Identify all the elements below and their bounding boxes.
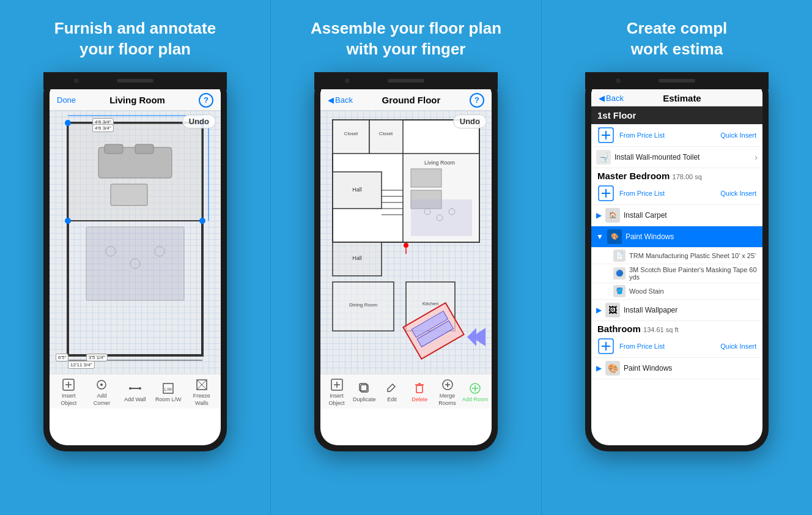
panel-1-title: Furnish and annotate your floor plan	[54, 18, 216, 60]
phone-frame-2: Carrier ▲ 9:16 AM ◀ Back Ground Floor ?	[314, 72, 498, 451]
toolbar-corner-1[interactable]: Add Corner	[89, 378, 114, 406]
svg-text:Hall: Hall	[352, 255, 362, 261]
undo-btn-2[interactable]: Undo	[453, 114, 487, 128]
price-list-row-2[interactable]: From Price List Quick Insert	[591, 182, 762, 205]
merge-icon-2	[441, 378, 454, 391]
toolbar-room-1[interactable]: L/W Room L/W	[155, 382, 182, 402]
paint-windows-label: Paint Windows	[626, 232, 758, 241]
nav-help-2[interactable]: ?	[470, 93, 484, 108]
add-icon-2	[597, 185, 615, 202]
from-price-label-2[interactable]: From Price List	[619, 190, 665, 197]
stain-label: Wood Stain	[629, 287, 664, 295]
nav-back-2[interactable]: ◀ Back	[328, 95, 353, 105]
toolbar-freeze-1[interactable]: Freeze Walls	[189, 378, 215, 406]
carpet-row[interactable]: ▶ 🏠 Install Carpet	[591, 205, 762, 226]
bottom-toolbar-1: Insert Object Add Corner Add Wall	[50, 374, 221, 409]
carpet-label: Install Carpet	[624, 211, 758, 220]
section-1st-floor-label: 1st Floor	[597, 110, 636, 120]
insert-icon-1	[62, 378, 75, 391]
toolbar-insert-1[interactable]: Insert Object	[56, 378, 81, 406]
nav-help-1[interactable]: ?	[199, 93, 213, 108]
svg-text:L/W: L/W	[164, 387, 172, 391]
svg-point-12	[65, 218, 71, 224]
measure-bottom-3: 12'11 3/4"	[68, 361, 95, 369]
stain-icon: 🪣	[613, 285, 626, 297]
svg-point-13	[199, 218, 205, 224]
toolbar-edit-2[interactable]: Edit	[379, 382, 405, 402]
measure-top-2: 4'6 3/4"	[92, 124, 114, 132]
floor-plan-area-1: 4'6 3/4" 4'6 3/4" Undo 6'5" 3'5 1/4" 12'…	[50, 111, 221, 374]
trm-row[interactable]: 📄 TRM Manufacturing Plastic Sheet 10' x …	[591, 248, 762, 264]
toolbar-corner-label2-1: Corner	[94, 400, 111, 406]
toolbar-delete-2[interactable]: Delete	[407, 382, 432, 402]
toolbar-dup-label-2: Duplicate	[353, 396, 376, 402]
wallpaper-play-icon: ▶	[596, 306, 602, 314]
toolbar-insert-label2-1: Object	[61, 400, 76, 406]
quick-insert-label-2[interactable]: Quick Insert	[720, 190, 756, 197]
add-icon-3	[597, 338, 615, 355]
svg-text:Kitchen: Kitchen	[423, 301, 439, 306]
nav-title-3: Estimate	[663, 93, 701, 103]
phone-camera-2	[345, 78, 350, 83]
price-list-row-1[interactable]: From Price List Quick Insert	[591, 124, 762, 147]
wallpaper-row[interactable]: ▶ 🖼 Install Wallpaper	[591, 300, 762, 321]
price-list-row-3[interactable]: From Price List Quick Insert	[591, 335, 762, 358]
toolbar-addroom-2[interactable]: Add Room	[462, 382, 489, 402]
quick-insert-label-3[interactable]: Quick Insert	[720, 343, 756, 350]
svg-rect-41	[411, 199, 472, 236]
section-master-sq: 178.00 sq	[673, 173, 702, 180]
toolbar-delete-label-2: Delete	[412, 396, 427, 402]
from-price-label-3[interactable]: From Price List	[619, 343, 665, 350]
svg-text:Living Room: Living Room	[424, 160, 455, 166]
phone-speaker-1	[117, 79, 153, 83]
freeze-icon-1	[195, 378, 209, 391]
nav-back-3[interactable]: ◀ Back	[599, 94, 624, 103]
nav-done-1[interactable]: Done	[57, 95, 76, 105]
paint-windows-row[interactable]: ▼ 🎨 Paint Windows	[591, 226, 762, 248]
insert-icon-2	[330, 378, 344, 391]
toolbar-wall-label-1: Add Wall	[124, 396, 146, 402]
svg-rect-3	[105, 144, 123, 154]
quick-insert-label-1[interactable]: Quick Insert	[720, 132, 756, 139]
trm-label: TRM Manufacturing Plastic Sheet 10' x 25…	[629, 252, 756, 259]
addroom-icon-2	[468, 382, 482, 395]
bath-paint-windows-row[interactable]: ▶ 🎨 Paint Windows	[591, 358, 762, 379]
toilet-arrow: ›	[755, 152, 758, 162]
svg-rect-33	[369, 120, 403, 154]
bottom-toolbar-2: Insert Object Duplicate Edit	[320, 374, 492, 409]
carpet-play-icon: ▶	[596, 211, 602, 220]
panel-3-title: Create compl work estima	[627, 18, 728, 60]
phone-camera-1	[74, 78, 79, 83]
bath-paint-play-icon: ▶	[596, 364, 602, 372]
phone-frame-3: Carrier ▲ 2:40 PM ◀ Back Estimate	[585, 72, 769, 451]
tape-icon: 🔵	[613, 267, 626, 280]
phone-speaker-2	[388, 79, 424, 83]
undo-btn-1[interactable]: Undo	[182, 114, 216, 128]
toolbar-freeze-label-1: Freeze	[193, 393, 210, 399]
stain-row[interactable]: 🪣 Wood Stain	[591, 283, 762, 300]
svg-rect-6	[86, 227, 184, 300]
section-bathroom: Bathroom 134.61 sq ft	[591, 321, 762, 335]
floor-plan-svg-2: Closet Closet Hall Living Room	[320, 111, 492, 374]
nav-bar-3: ◀ Back Estimate	[591, 91, 762, 106]
svg-rect-67	[416, 385, 423, 393]
section-1st-floor: 1st Floor	[591, 106, 762, 124]
trm-icon: 📄	[613, 250, 626, 262]
toilet-row[interactable]: 🚽 Install Wall-mounted Toilet ›	[591, 147, 762, 168]
from-price-label-1[interactable]: From Price List	[619, 132, 665, 139]
toolbar-merge-2[interactable]: Merge Rooms	[435, 378, 460, 406]
svg-rect-39	[411, 169, 441, 187]
bath-paint-label: Paint Windows	[624, 364, 758, 372]
nav-title-2: Ground Floor	[382, 95, 441, 105]
tape-row[interactable]: 🔵 3M Scotch Blue Painter's Masking Tape …	[591, 264, 762, 283]
measure-bottom-2: 3'5 1/4"	[86, 354, 108, 361]
toolbar-wall-1[interactable]: Add Wall	[122, 382, 148, 402]
svg-point-60	[404, 243, 408, 248]
toolbar-freeze-label2-1: Walls	[195, 400, 209, 406]
nav-bar-2: ◀ Back Ground Floor ?	[320, 91, 492, 111]
toolbar-insert-2[interactable]: Insert Object	[324, 378, 350, 406]
section-master-label: Master Bedroom	[597, 171, 670, 181]
dup-icon-2	[358, 382, 371, 395]
toolbar-dup-2[interactable]: Duplicate	[352, 382, 377, 402]
svg-point-10	[65, 120, 71, 126]
